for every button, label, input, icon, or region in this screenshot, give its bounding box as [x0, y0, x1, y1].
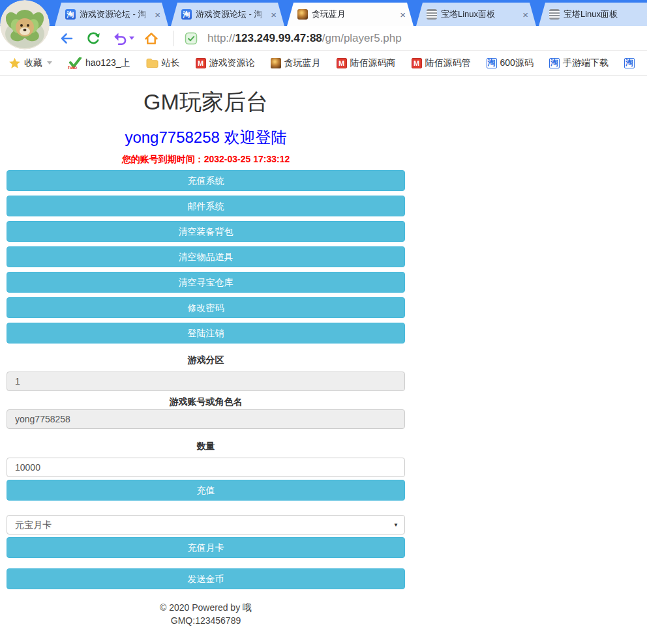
bookmark-label: 收藏	[24, 57, 42, 69]
card-type-select[interactable]: 元宝月卡	[7, 515, 405, 534]
chevron-down-icon[interactable]	[47, 61, 52, 65]
bookmark-label: 600源码	[500, 57, 534, 69]
tab-bar: 淘 游戏资源论坛 - 淘 × 淘 游戏资源论坛 - 淘 × 贪玩蓝月 × 宝塔L…	[0, 0, 647, 26]
browser-tab-3-active[interactable]: 贪玩蓝月 ×	[287, 3, 414, 26]
page-title: GM玩家后台	[7, 86, 405, 117]
bookmark-tanwan[interactable]: 贪玩蓝月	[271, 57, 321, 69]
home-icon[interactable]	[143, 31, 159, 46]
web-page: GM玩家后台 yong7758258 欢迎登陆 您的账号到期时间：2032-03…	[0, 76, 647, 627]
undo-history-icon[interactable]	[112, 31, 128, 46]
browser-tab-1[interactable]: 淘 游戏资源论坛 - 淘 ×	[55, 3, 168, 26]
taobao-favicon-icon: 淘	[181, 9, 192, 20]
undo-dropdown-caret-icon[interactable]	[129, 37, 134, 40]
m-logo-icon: M	[337, 58, 347, 68]
copyright-text: © 2020 Powered by 哦	[7, 601, 405, 614]
bookmark-partial[interactable]: 淘	[624, 58, 635, 68]
tab-close-icon[interactable]: ×	[520, 8, 531, 21]
star-icon	[8, 57, 21, 69]
tab-close-icon[interactable]: ×	[268, 8, 279, 21]
bookmark-hao123[interactable]: hao hao123_上	[68, 57, 130, 69]
bookmark-label: 手游端下载	[563, 57, 609, 69]
amount-label: 数量	[7, 441, 405, 451]
hao123-icon: hao	[68, 57, 82, 69]
account-label: 游戏账号或角色名	[7, 396, 405, 407]
page-footer: © 2020 Powered by 哦 GMQ:123456789	[7, 601, 405, 627]
bookmark-mobile-download[interactable]: 淘 手游端下载	[549, 57, 609, 69]
recharge-system-button[interactable]: 充值系统	[7, 170, 405, 191]
gmq-contact-text: GMQ:123456789	[7, 614, 405, 627]
logout-button[interactable]: 登陆注销	[7, 323, 405, 344]
card-type-select-wrap: 元宝月卡 ▼	[7, 515, 405, 534]
bookmark-zhanzhang[interactable]: 站长	[146, 57, 180, 69]
taobao-favicon-icon: 淘	[487, 58, 497, 68]
back-icon[interactable]	[59, 31, 74, 46]
bt-panel-favicon-icon	[549, 9, 560, 20]
clear-treasure-warehouse-button[interactable]: 清空寻宝仓库	[7, 272, 405, 293]
tab-close-icon[interactable]: ×	[397, 8, 408, 21]
taobao-favicon-icon: 淘	[65, 9, 76, 20]
url-host: 123.249.99.47:88	[235, 32, 322, 44]
account-expiry-text: 您的账号到期时间：2032-03-25 17:33:12	[7, 153, 405, 166]
browser-tab-4[interactable]: 宝塔Linux面板 ×	[416, 3, 536, 26]
bookmark-label: hao123_上	[85, 57, 130, 69]
clear-items-button[interactable]: 清空物品道具	[7, 246, 405, 267]
tab-close-icon[interactable]: ×	[644, 8, 647, 21]
amount-field[interactable]	[7, 458, 405, 477]
tab-title: 贪玩蓝月	[312, 8, 397, 20]
tab-title: 游戏资源论坛 - 淘	[80, 8, 152, 20]
taobao-favicon-icon: 淘	[549, 58, 560, 68]
bt-panel-favicon-icon	[427, 9, 437, 20]
security-shield-icon[interactable]	[184, 31, 198, 46]
bookmark-label: 贪玩蓝月	[284, 57, 321, 69]
bookmark-game-forum[interactable]: M 游戏资源论	[196, 57, 255, 69]
mail-system-button[interactable]: 邮件系统	[7, 196, 405, 216]
menu-buttons: 充值系统 邮件系统 清空装备背包 清空物品道具 清空寻宝仓库 修改密码 登陆注销	[7, 170, 405, 344]
send-gold-button[interactable]: 发送金币	[7, 568, 405, 589]
game-favicon-icon	[271, 58, 281, 68]
navigation-bar: http://123.249.99.47:88/gm/player5.php	[0, 26, 647, 51]
recharge-monthly-card-button[interactable]: 充值月卡	[7, 537, 405, 558]
tab-title: 宝塔Linux面板	[564, 8, 644, 20]
folder-icon	[146, 58, 158, 68]
browser-tab-2[interactable]: 淘 游戏资源论坛 - 淘 ×	[171, 3, 284, 26]
m-logo-icon: M	[412, 58, 422, 68]
address-bar[interactable]: http://123.249.99.47:88/gm/player5.php	[184, 29, 647, 48]
bookmark-label: 游戏资源论	[209, 57, 255, 69]
taobao-favicon-icon: 淘	[624, 58, 635, 68]
bookmark-lubai-shop[interactable]: M 陆佰源码商	[337, 57, 396, 69]
bookmarks-bar: 收藏 hao hao123_上 站长 M 游戏资源论 贪玩蓝月 M 陆佰源码商	[0, 51, 647, 76]
zone-field	[7, 372, 405, 391]
welcome-text: yong7758258 欢迎登陆	[7, 128, 405, 147]
browser-avatar[interactable]	[0, 0, 50, 50]
bookmark-favorites[interactable]: 收藏	[8, 57, 52, 69]
clear-equipment-bag-button[interactable]: 清空装备背包	[7, 221, 405, 242]
toolbar-separator	[173, 31, 173, 46]
browser-tab-5[interactable]: 宝塔Linux面板 ×	[539, 3, 647, 26]
url-scheme: http://	[207, 32, 235, 44]
bookmark-label: 陆佰源码商	[350, 57, 396, 69]
url-text[interactable]: http://123.249.99.47:88/gm/player5.php	[207, 32, 402, 45]
gm-panel: GM玩家后台 yong7758258 欢迎登陆 您的账号到期时间：2032-03…	[7, 86, 405, 627]
bookmark-lubai-admin[interactable]: M 陆佰源码管	[412, 57, 471, 69]
zone-label: 游戏分区	[7, 355, 405, 365]
account-field	[7, 409, 405, 429]
change-password-button[interactable]: 修改密码	[7, 297, 405, 318]
browser-window: 淘 游戏资源论坛 - 淘 × 淘 游戏资源论坛 - 淘 × 贪玩蓝月 × 宝塔L…	[0, 0, 647, 644]
url-path: /gm/player5.php	[322, 32, 402, 44]
tab-title: 宝塔Linux面板	[441, 8, 520, 20]
game-favicon-icon	[297, 9, 308, 20]
bookmark-label: 站长	[162, 57, 180, 69]
tab-close-icon[interactable]: ×	[152, 8, 163, 21]
bookmark-label: 陆佰源码管	[425, 57, 471, 69]
bookmark-600-source[interactable]: 淘 600源码	[487, 57, 534, 69]
refresh-icon[interactable]	[85, 31, 101, 46]
recharge-button[interactable]: 充值	[7, 480, 405, 501]
tab-title: 游戏资源论坛 - 淘	[196, 8, 268, 20]
m-logo-icon: M	[196, 58, 206, 68]
